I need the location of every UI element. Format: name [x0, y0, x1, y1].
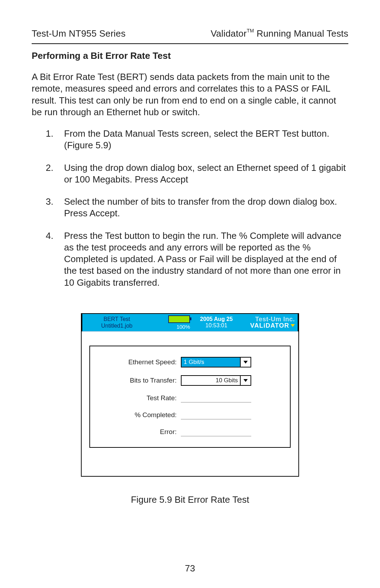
- row-pct-completed: % Completed:: [99, 410, 281, 420]
- step-item: Press the Test button to begin the run. …: [32, 230, 348, 289]
- time-text: 10:53:01: [194, 322, 239, 329]
- bert-titlebar: BERT Test Untitled1.job 100% 2005 Aug 25…: [82, 313, 298, 332]
- figure-caption: Figure 5.9 Bit Error Rate Test: [32, 494, 348, 505]
- instruction-list: From the Data Manual Tests screen, selec…: [32, 128, 348, 289]
- pct-completed-label: % Completed:: [99, 411, 181, 419]
- ethernet-speed-value: 1 Gbit/s: [182, 358, 240, 367]
- bert-panel: Ethernet Speed: 1 Gbit/s Bits to Transfe…: [89, 346, 291, 448]
- row-test-rate: Test Rate:: [99, 394, 281, 403]
- header-rule: [32, 43, 348, 44]
- ethernet-speed-dropdown[interactable]: 1 Gbit/s: [181, 357, 251, 367]
- ethernet-speed-label: Ethernet Speed:: [99, 358, 181, 366]
- step-item: Select the number of bits to transfer fr…: [32, 196, 348, 219]
- titlebar-left: BERT Test Untitled1.job: [82, 314, 151, 331]
- brand-product: VALiDATOR: [250, 322, 295, 329]
- error-label: Error:: [99, 428, 181, 436]
- screen-title: BERT Test: [85, 316, 148, 322]
- manual-page: Test-Um NT955 Series ValidatorTM Running…: [0, 0, 380, 588]
- battery-icon: [168, 315, 190, 323]
- battery-percent: 100%: [177, 324, 190, 330]
- figure: BERT Test Untitled1.job 100% 2005 Aug 25…: [32, 313, 348, 505]
- row-bits-transfer: Bits to Transfer: 10 Gbits: [99, 375, 281, 386]
- test-rate-value-line: [181, 394, 251, 403]
- caret-down-icon: [243, 361, 248, 364]
- bits-transfer-value: 10 Gbits: [182, 376, 240, 385]
- bert-body: Ethernet Speed: 1 Gbit/s Bits to Transfe…: [82, 332, 298, 476]
- triangle-icon: [291, 324, 295, 327]
- date-text: 2005 Aug 25: [194, 316, 239, 322]
- running-header: Test-Um NT955 Series ValidatorTM Running…: [32, 28, 348, 39]
- test-rate-label: Test Rate:: [99, 394, 181, 402]
- dropdown-button[interactable]: [240, 358, 251, 367]
- bert-window: BERT Test Untitled1.job 100% 2005 Aug 25…: [81, 313, 299, 477]
- bits-transfer-label: Bits to Transfer:: [99, 377, 181, 384]
- titlebar-brand: Test-Um Inc. VALiDATOR: [241, 314, 298, 331]
- brand-company: Test-Um Inc.: [255, 316, 295, 322]
- bits-transfer-dropdown[interactable]: 10 Gbits: [181, 375, 251, 386]
- caret-down-icon: [243, 379, 248, 382]
- page-number: 73: [0, 563, 380, 574]
- running-header-right: ValidatorTM Running Manual Tests: [211, 28, 348, 39]
- titlebar-datetime: 2005 Aug 25 10:53:01: [194, 314, 241, 331]
- dropdown-button[interactable]: [240, 376, 251, 385]
- row-error: Error:: [99, 427, 281, 437]
- titlebar-battery: 100%: [151, 314, 194, 331]
- step-item: Using the drop down dialog box, select a…: [32, 162, 348, 186]
- running-header-left: Test-Um NT955 Series: [32, 28, 126, 39]
- job-name: Untitled1.job: [85, 322, 148, 329]
- intro-paragraph: A Bit Error Rate Test (BERT) sends data …: [32, 71, 348, 118]
- row-ethernet-speed: Ethernet Speed: 1 Gbit/s: [99, 357, 281, 367]
- step-item: From the Data Manual Tests screen, selec…: [32, 128, 348, 151]
- pct-completed-value-line: [181, 410, 251, 420]
- section-title: Performing a Bit Error Rate Test: [32, 50, 348, 61]
- error-value-line: [181, 427, 251, 437]
